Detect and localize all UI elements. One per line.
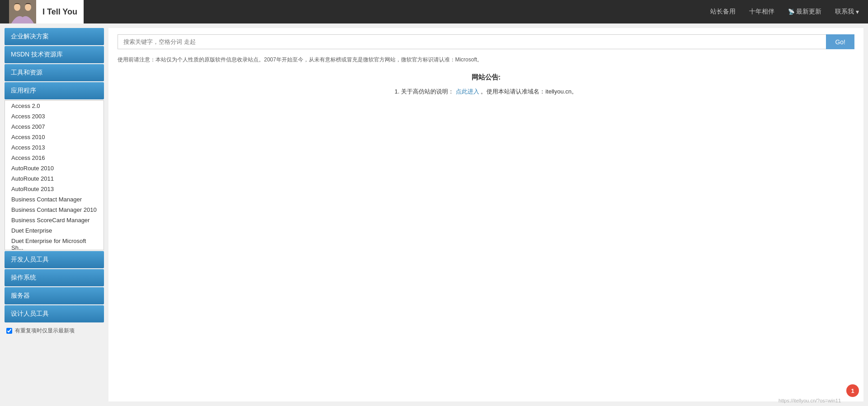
app-list-item[interactable]: Business ScoreCard Manager	[5, 215, 104, 225]
nav-lianxiwo[interactable]: 联系我	[835, 8, 854, 16]
announcement-item1-label: 1. 关于高仿站的说明：	[395, 88, 454, 95]
content-area: Go! 使用前请注意：本站仅为个人性质的原版软件信息收录站点。2007年开始至今…	[108, 28, 863, 401]
main-layout: 企业解决方案 MSDN 技术资源库 工具和资源 应用程序 Access 2.0A…	[0, 23, 868, 406]
footer-url: https://itellyou.cn/?os=win11	[778, 398, 841, 403]
app-list-item[interactable]: AutoRoute 2010	[5, 163, 104, 173]
app-list-item[interactable]: Access 2.0	[5, 101, 104, 111]
chevron-down-icon: ▾	[856, 8, 859, 15]
search-button[interactable]: Go!	[826, 34, 854, 49]
nav-lianxiwo-dropdown[interactable]: 联系我 ▾	[835, 8, 859, 16]
app-list-item[interactable]: Access 2016	[5, 153, 104, 163]
dedup-label: 有重复项时仅显示最新项	[15, 327, 75, 335]
logo-area: I Tell You	[9, 0, 84, 23]
search-bar: Go!	[118, 34, 854, 49]
sidebar-btn-os[interactable]: 操作系统	[5, 269, 104, 286]
sidebar-btn-server[interactable]: 服务器	[5, 287, 104, 304]
app-list-item[interactable]: Business Contact Manager 2010	[5, 205, 104, 215]
sidebar-btn-devtools[interactable]: 开发人员工具	[5, 251, 104, 268]
logo-image	[9, 0, 36, 23]
notification-badge[interactable]: 1	[846, 384, 859, 397]
app-list-item[interactable]: Access 2013	[5, 142, 104, 153]
app-list-item[interactable]: Access 2003	[5, 111, 104, 121]
sidebar-btn-tools[interactable]: 工具和资源	[5, 64, 104, 81]
announcement-item1: 1. 关于高仿站的说明： 点此进入 。使用本站请认准域名：itellyou.cn…	[118, 86, 854, 97]
checkbox-area: 有重复项时仅显示最新项	[5, 323, 104, 338]
sidebar-btn-apps[interactable]: 应用程序	[5, 82, 104, 99]
avatar-placeholder	[9, 0, 36, 23]
svg-point-1	[14, 4, 20, 11]
sidebar-btn-designer[interactable]: 设计人员工具	[5, 305, 104, 322]
nav-zhanzhang[interactable]: 站长备用	[710, 8, 736, 16]
search-input[interactable]	[118, 34, 826, 49]
sidebar-btn-enterprise[interactable]: 企业解决方案	[5, 28, 104, 45]
announcement-item1-suffix: 。使用本站请认准域名：itellyou.cn。	[481, 88, 577, 95]
header: I Tell You 站长备用 十年相伴 最新更新 联系我 ▾	[0, 0, 868, 23]
logo-text[interactable]: I Tell You	[36, 0, 84, 23]
app-list-item[interactable]: Duet Enterprise for Microsoft Sh...	[5, 236, 104, 250]
announcement-title: 网站公告:	[118, 73, 854, 82]
app-list[interactable]: Access 2.0Access 2003Access 2007Access 2…	[5, 101, 104, 250]
sidebar: 企业解决方案 MSDN 技术资源库 工具和资源 应用程序 Access 2.0A…	[0, 23, 108, 406]
app-list-item[interactable]: Access 2010	[5, 132, 104, 142]
app-list-item[interactable]: AutoRoute 2011	[5, 173, 104, 184]
announcement-item1-link[interactable]: 点此进入	[456, 88, 479, 95]
svg-point-2	[25, 4, 31, 11]
announcement: 网站公告: 1. 关于高仿站的说明： 点此进入 。使用本站请认准域名：itell…	[118, 73, 854, 97]
app-list-item[interactable]: Access 2007	[5, 121, 104, 132]
nav-links: 站长备用 十年相伴 最新更新 联系我 ▾	[710, 8, 859, 16]
notice-text: 使用前请注意：本站仅为个人性质的原版软件信息收录站点。2007年开始至今，从未有…	[118, 56, 854, 64]
app-list-item[interactable]: AutoRoute 2013	[5, 184, 104, 194]
dedup-checkbox[interactable]	[6, 328, 12, 334]
nav-zuixingengxin[interactable]: 最新更新	[788, 8, 821, 16]
app-list-item[interactable]: Duet Enterprise	[5, 225, 104, 236]
nav-shinian[interactable]: 十年相伴	[749, 8, 774, 16]
app-list-item[interactable]: Business Contact Manager	[5, 194, 104, 205]
sidebar-btn-msdn[interactable]: MSDN 技术资源库	[5, 46, 104, 63]
app-list-container: Access 2.0Access 2003Access 2007Access 2…	[5, 100, 104, 250]
